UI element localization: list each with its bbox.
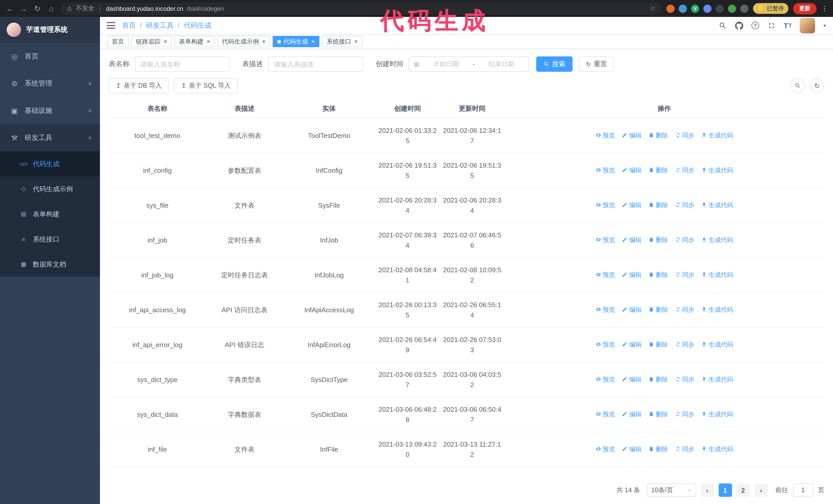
generate-code-link[interactable]: 生成代码 <box>701 165 733 174</box>
profile-paused-chip[interactable]: 已暂停 <box>753 3 788 14</box>
caret-down-icon[interactable]: ▾ <box>824 23 826 28</box>
preview-link[interactable]: 预览 <box>596 235 615 244</box>
fullscreen-icon[interactable] <box>767 21 776 29</box>
sync-link[interactable]: 同步 <box>675 235 694 244</box>
page-1-button[interactable]: 1 <box>718 483 732 497</box>
close-icon[interactable]: × <box>207 39 210 45</box>
bookmark-star-icon[interactable]: ☆ <box>650 5 656 12</box>
edit-link[interactable]: 编辑 <box>622 165 642 174</box>
sync-link[interactable]: 同步 <box>675 375 694 384</box>
preview-link[interactable]: 预览 <box>596 409 615 418</box>
sync-link[interactable]: 同步 <box>675 409 694 418</box>
sync-link[interactable]: 同步 <box>675 340 694 349</box>
delete-link[interactable]: 删除 <box>648 375 668 384</box>
import-db-button[interactable]: ↥ 基于 DB 导入 <box>109 78 169 93</box>
tab-codegen[interactable]: 代码生成 × <box>273 36 319 47</box>
reload-icon[interactable]: ↻ <box>33 4 42 13</box>
edit-link[interactable]: 编辑 <box>622 305 642 314</box>
leaf-extension-icon[interactable] <box>728 4 736 13</box>
close-icon[interactable]: × <box>311 39 315 45</box>
prev-page-button[interactable]: ‹ <box>700 483 714 497</box>
page-2-button[interactable]: 2 <box>736 483 750 497</box>
generate-code-link[interactable]: 生成代码 <box>701 409 733 418</box>
sidebar-item-codegen[interactable]: </> 代码生成 <box>0 151 100 176</box>
preview-link[interactable]: 预览 <box>596 130 615 140</box>
home-icon[interactable]: ⌂ <box>47 4 56 13</box>
tab-home[interactable]: 首页 <box>107 36 129 47</box>
preview-link[interactable]: 预览 <box>596 375 615 384</box>
breadcrumb-home[interactable]: 首页 <box>122 21 136 30</box>
delete-link[interactable]: 删除 <box>648 235 668 244</box>
edit-link[interactable]: 编辑 <box>622 130 642 140</box>
preview-link[interactable]: 预览 <box>596 340 615 349</box>
avatar[interactable] <box>800 18 815 33</box>
app-logo[interactable]: 芋道管理系统 <box>0 17 100 43</box>
sidebar-toggle-icon[interactable] <box>106 22 115 29</box>
puzzle-icon[interactable] <box>740 4 748 13</box>
toggle-search-button[interactable] <box>790 78 805 93</box>
tab-trace[interactable]: 链路追踪 × <box>131 36 172 47</box>
sync-link[interactable]: 同步 <box>675 165 694 174</box>
sidebar-item-system[interactable]: ⚙ 系统管理 ∨ <box>0 70 100 97</box>
close-icon[interactable]: × <box>262 39 265 45</box>
v-extension-icon[interactable]: V <box>691 4 699 13</box>
sidebar-item-home[interactable]: ◎ 首页 <box>0 43 100 70</box>
edit-link[interactable]: 编辑 <box>622 200 642 210</box>
tab-api[interactable]: 系统接口 × <box>322 36 362 47</box>
close-icon[interactable]: × <box>354 39 358 45</box>
drop-extension-icon[interactable] <box>679 4 687 13</box>
preview-link[interactable]: 预览 <box>596 305 615 314</box>
forward-icon[interactable]: → <box>19 4 28 13</box>
date-range-picker[interactable]: ▦ 开始日期 - 结束日期 <box>408 56 529 72</box>
preview-link[interactable]: 预览 <box>596 444 615 454</box>
delete-link[interactable]: 删除 <box>648 409 668 418</box>
sidebar-item-infra[interactable]: ▣ 基础设施 ∨ <box>0 97 100 124</box>
screenshot-extension-icon[interactable] <box>716 4 724 13</box>
delete-link[interactable]: 删除 <box>648 270 668 279</box>
next-page-button[interactable]: › <box>754 483 768 497</box>
help-icon[interactable]: ? <box>752 22 759 29</box>
generate-code-link[interactable]: 生成代码 <box>701 305 733 314</box>
delete-link[interactable]: 删除 <box>648 200 668 210</box>
preview-link[interactable]: 预览 <box>596 270 615 279</box>
delete-link[interactable]: 删除 <box>648 130 668 140</box>
sync-link[interactable]: 同步 <box>675 130 694 140</box>
sidebar-item-form-builder[interactable]: ▤ 表单构建 <box>0 201 100 226</box>
delete-link[interactable]: 删除 <box>648 444 668 454</box>
refresh-table-button[interactable]: ↻ <box>810 78 824 93</box>
browser-menu-icon[interactable]: ⋮ <box>821 5 828 12</box>
generate-code-link[interactable]: 生成代码 <box>701 375 733 384</box>
edit-link[interactable]: 编辑 <box>622 270 642 279</box>
goto-page-input[interactable] <box>793 483 813 497</box>
delete-link[interactable]: 删除 <box>648 305 668 314</box>
preview-link[interactable]: 预览 <box>596 200 615 210</box>
sidebar-item-api[interactable]: ≡ 系统接口 <box>0 226 100 252</box>
people-extension-icon[interactable] <box>703 4 712 13</box>
generate-code-link[interactable]: 生成代码 <box>701 200 733 210</box>
fox-extension-icon[interactable] <box>666 4 674 13</box>
sidebar-item-db-doc[interactable]: ▦ 数据库文档 <box>0 252 100 277</box>
import-sql-button[interactable]: ↥ 基于 SQL 导入 <box>174 78 238 93</box>
delete-link[interactable]: 删除 <box>648 165 668 174</box>
breadcrumb-codegen[interactable]: 代码生成 <box>184 21 211 30</box>
generate-code-link[interactable]: 生成代码 <box>701 235 733 244</box>
page-size-select[interactable]: 10条/页 ∨ <box>647 483 696 497</box>
table-desc-input[interactable] <box>268 56 363 72</box>
sync-link[interactable]: 同步 <box>675 444 694 454</box>
sidebar-item-codegen-example[interactable]: ◇ 代码生成示例 <box>0 176 100 201</box>
generate-code-link[interactable]: 生成代码 <box>701 444 733 454</box>
sync-link[interactable]: 同步 <box>675 305 694 314</box>
close-icon[interactable]: × <box>164 39 167 45</box>
chrome-update-button[interactable]: 更新 <box>793 3 816 14</box>
breadcrumb-devtools[interactable]: 研发工具 <box>146 21 174 30</box>
tab-codegen-example[interactable]: 代码生成示例 × <box>217 36 270 47</box>
generate-code-link[interactable]: 生成代码 <box>701 270 733 279</box>
search-button[interactable]: 搜索 <box>536 56 573 72</box>
generate-code-link[interactable]: 生成代码 <box>701 340 733 349</box>
edit-link[interactable]: 编辑 <box>622 444 642 454</box>
edit-link[interactable]: 编辑 <box>622 235 642 244</box>
table-name-input[interactable] <box>135 56 230 72</box>
edit-link[interactable]: 编辑 <box>622 340 642 349</box>
font-size-icon[interactable]: TT <box>784 21 792 29</box>
preview-link[interactable]: 预览 <box>596 165 615 174</box>
